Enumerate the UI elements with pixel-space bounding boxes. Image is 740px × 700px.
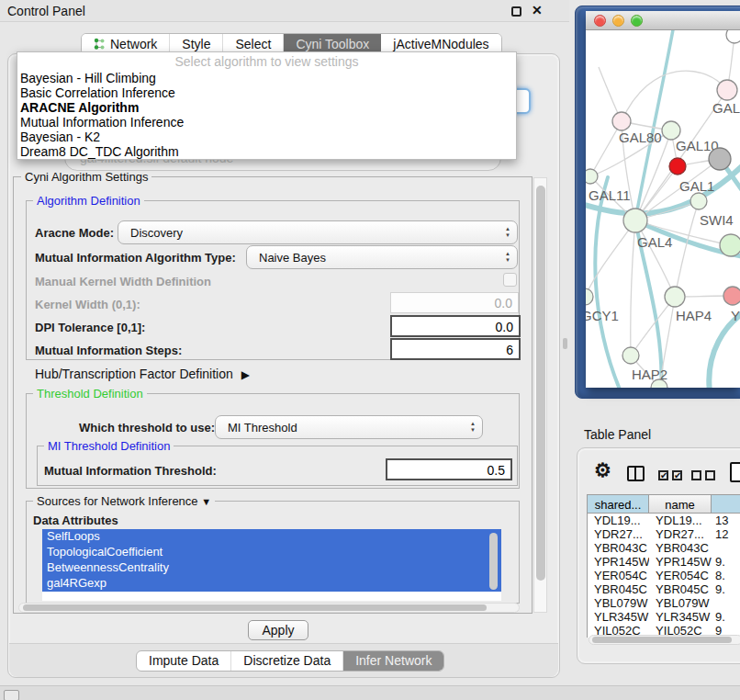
scrollbar-thumb[interactable] (23, 604, 487, 611)
network-node-gal[interactable] (717, 80, 737, 100)
panel-handle-icon[interactable] (4, 690, 19, 700)
kernel-width-field[interactable]: 0.0 (390, 292, 519, 313)
table-cell: YLR345W (649, 610, 712, 624)
close-panel-icon[interactable]: ✕ (532, 3, 543, 17)
control-panel-titlebar: Control Panel ✕ (0, 0, 569, 22)
export-table-icon[interactable] (730, 462, 740, 482)
aracne-mode-combo[interactable]: Discovery ▲▼ (118, 220, 518, 244)
attribute-item-selfloops[interactable]: SelfLoops (42, 529, 501, 545)
network-node-gcy1[interactable] (586, 288, 593, 305)
algorithm-option-bayesian-k2[interactable]: Bayesian - K2 (17, 130, 516, 144)
algorithm-option-dream8-dc-tdc-algorithm[interactable]: Dream8 DC_TDC Algorithm (17, 144, 516, 159)
network-node-gal80[interactable] (612, 112, 631, 130)
mi-type-label: Mutual Information Algorithm Type: (35, 251, 236, 265)
bottom-tab-impute-data[interactable]: Impute Data (137, 651, 231, 671)
network-node[interactable] (720, 234, 740, 256)
hub-definition-toggle[interactable]: Hub/Transcription Factor Definition▶ (35, 367, 250, 381)
checked-box-icon: ✔ (672, 470, 682, 480)
unchecked-box-icon (691, 470, 701, 480)
network-node-gal11[interactable] (586, 169, 598, 184)
network-node-hap4[interactable] (665, 287, 685, 307)
table-cell: YPR145W (649, 555, 712, 569)
algorithm-option-aracne-algorithm[interactable]: ARACNE Algorithm (17, 100, 516, 115)
table-cell: 12 (712, 527, 740, 541)
settings-vertical-scrollbar[interactable] (533, 177, 547, 613)
table-row[interactable]: YBR045CYBR045C9. (588, 582, 740, 596)
apply-button[interactable]: Apply (248, 620, 308, 640)
table-cell: YBR043C (649, 541, 712, 555)
network-node[interactable] (709, 148, 731, 170)
network-canvas[interactable]: GALGAL80GAL10GAL1GAL11SWI4GAL4GCY1HAP4YH… (586, 30, 740, 388)
attribute-item-betweennesscentrality[interactable]: BetweennessCentrality (42, 560, 501, 576)
network-node[interactable] (726, 30, 740, 43)
data-attributes-list[interactable]: SelfLoopsTopologicalCoefficientBetweenne… (42, 529, 501, 601)
attribute-item-topologicalcoefficient[interactable]: TopologicalCoefficient (42, 545, 501, 560)
network-node-gal10[interactable] (662, 121, 680, 140)
split-pane-grip[interactable] (563, 338, 567, 349)
column-header-shared[interactable]: shared... (588, 494, 649, 514)
node-table: shared...name YDL19...YDL19...13YDR27...… (587, 494, 740, 638)
mi-threshold-label: Mutual Information Threshold: (44, 464, 217, 478)
table-cell: YER054C (649, 569, 712, 582)
network-node-hap2[interactable] (622, 347, 639, 364)
which-threshold-label: Which threshold to use: (79, 421, 215, 435)
scrollbar-thumb[interactable] (592, 637, 732, 643)
sources-title[interactable]: Sources for Network Inference ▼ (33, 494, 215, 508)
bottom-tab-infer-network[interactable]: Infer Network (343, 651, 443, 671)
settings-gear-icon[interactable]: ⚙ (594, 459, 611, 481)
node-label-hap4: HAP4 (676, 308, 712, 323)
algorithm-option-basic-correlation-inference[interactable]: Basic Correlation Inference (17, 85, 516, 100)
table-row[interactable]: YER054CYER054C8. (588, 569, 740, 582)
table-body: YDL19...YDL19...13YDR27...YDR27...12YBR0… (588, 514, 740, 638)
table-cell: YBR045C (588, 582, 649, 596)
attributes-scrollbar-thumb[interactable] (489, 533, 498, 590)
settings-horizontal-scrollbar[interactable] (18, 603, 520, 613)
column-header-name[interactable]: name (649, 494, 712, 514)
table-row[interactable]: YDL19...YDL19...13 (588, 514, 740, 527)
manual-kernel-checkbox[interactable] (503, 273, 517, 287)
network-node-gal1[interactable] (669, 158, 686, 175)
table-row[interactable]: YLR345WYLR345W9. (588, 610, 740, 624)
table-cell: YBL079W (649, 596, 712, 610)
table-row[interactable]: YDR27...YDR27...12 (588, 527, 740, 541)
expanded-arrow-icon: ▼ (201, 496, 211, 507)
scrollbar-thumb[interactable] (536, 186, 545, 581)
close-traffic-light-icon[interactable] (594, 15, 606, 27)
attribute-item-gal4rgexp[interactable]: gal4RGexp (42, 576, 501, 592)
mi-type-combo[interactable]: Naive Bayes ▲▼ (246, 245, 518, 269)
table-cell: 9. (712, 610, 740, 624)
table-cell: 8. (712, 569, 740, 582)
data-attributes-label: Data Attributes (33, 514, 118, 527)
select-all-icon[interactable]: ✔ ✔ (658, 470, 682, 480)
table-horizontal-scrollbar[interactable] (589, 635, 740, 645)
network-node-swi4[interactable] (690, 193, 707, 209)
table-row[interactable]: YPR145WYPR145W9. (588, 555, 740, 569)
dpi-tolerance-field[interactable]: 0.0 (390, 315, 521, 337)
mi-threshold-field[interactable]: 0.5 (386, 458, 512, 480)
algorithm-option-mutual-information-inference[interactable]: Mutual Information Inference (17, 115, 516, 130)
minimize-traffic-light-icon[interactable] (612, 15, 624, 27)
mi-threshold-group-title: MI Threshold Definition (44, 439, 174, 453)
mi-steps-field[interactable]: 6 (390, 338, 521, 360)
table-cell: YDR27... (588, 527, 649, 541)
node-label-gal: GAL (712, 100, 740, 116)
table-cell: 13 (712, 514, 740, 527)
network-node-gal4[interactable] (623, 209, 647, 232)
table-cell: 9. (712, 555, 740, 569)
split-columns-icon[interactable] (627, 466, 645, 481)
column-header-2[interactable] (712, 494, 740, 514)
mi-steps-label: Mutual Information Steps: (35, 344, 182, 357)
zoom-traffic-light-icon[interactable] (631, 15, 643, 27)
network-node-y[interactable] (723, 287, 740, 305)
table-row[interactable]: YBL079WYBL079W (588, 596, 740, 610)
bottom-tab-discretize-data[interactable]: Discretize Data (231, 651, 343, 671)
dpi-tolerance-label: DPI Tolerance [0,1]: (35, 321, 145, 334)
float-panel-icon[interactable] (511, 6, 521, 17)
screen: Control Panel ✕ NetworkStyleSelectCyni T… (0, 0, 740, 700)
control-panel-title: Control Panel (7, 4, 85, 18)
table-row[interactable]: YBR043CYBR043C (588, 541, 740, 555)
deselect-all-icon[interactable] (691, 470, 715, 480)
which-threshold-combo[interactable]: MI Threshold ▲▼ (215, 415, 483, 439)
algorithm-option-bayesian-hill-climbing[interactable]: Bayesian - Hill Climbing (17, 71, 516, 85)
network-teal-edges (586, 30, 740, 388)
